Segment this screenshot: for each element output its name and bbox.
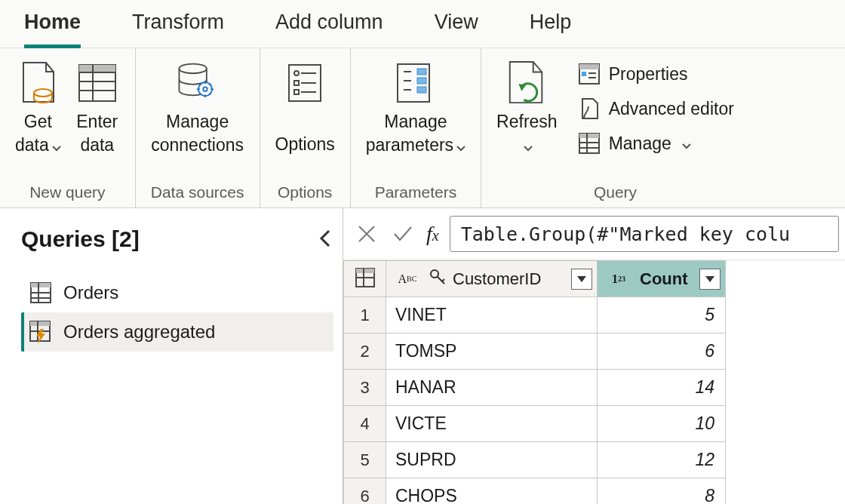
group-query: Refresh Properties	[481, 48, 739, 207]
svg-rect-34	[579, 64, 599, 69]
content-area: Queries [2] Orders	[0, 208, 845, 504]
options-icon	[282, 60, 327, 106]
row-number: 6	[344, 478, 386, 505]
cell-customerid[interactable]: VINET	[386, 297, 598, 333]
group-options: Options Options	[260, 48, 351, 207]
group-caption-parameters: Parameters	[375, 180, 457, 201]
cell-count[interactable]: 6	[598, 333, 726, 370]
fx-icon[interactable]: fx	[426, 222, 439, 246]
cell-customerid[interactable]: CHOPS	[386, 478, 598, 505]
refresh-icon	[504, 60, 549, 106]
column-filter-icon[interactable]	[699, 269, 721, 290]
svg-rect-49	[30, 321, 50, 326]
formula-input[interactable]	[450, 216, 839, 252]
svg-rect-29	[417, 69, 426, 75]
table-row[interactable]: 3 HANAR 14	[344, 370, 726, 406]
query-item-label: Orders	[63, 282, 118, 303]
top-tabs: Home Transform Add column View Help	[0, 0, 845, 48]
cell-customerid[interactable]: TOMSP	[386, 333, 598, 370]
table-bolt-icon	[29, 320, 53, 344]
tab-view[interactable]: View	[435, 11, 478, 48]
svg-rect-21	[294, 81, 299, 85]
cell-count[interactable]: 12	[598, 442, 726, 478]
table-row[interactable]: 6 CHOPS 8	[344, 478, 726, 505]
svg-rect-39	[579, 134, 599, 138]
svg-rect-56	[356, 269, 374, 273]
svg-rect-44	[31, 283, 51, 287]
svg-point-0	[34, 89, 52, 97]
cell-count[interactable]: 14	[598, 370, 726, 406]
properties-icon	[577, 62, 601, 86]
manage-connections-label: Manage connections	[151, 110, 244, 157]
cell-customerid[interactable]: SUPRD	[386, 442, 598, 478]
cell-customerid[interactable]: VICTE	[386, 406, 598, 442]
key-icon	[429, 268, 447, 290]
chevron-down-icon	[456, 134, 466, 158]
svg-line-61	[442, 279, 444, 281]
properties-button[interactable]: Properties	[577, 62, 734, 86]
manage-button[interactable]: Manage	[577, 131, 734, 155]
query-item-orders-aggregated[interactable]: Orders aggregated	[21, 312, 333, 352]
chevron-down-icon	[682, 134, 691, 154]
cell-count[interactable]: 8	[598, 478, 726, 505]
chevron-down-icon	[52, 134, 61, 158]
commit-step-icon[interactable]	[390, 221, 416, 247]
manage-icon	[577, 131, 601, 155]
refresh-button[interactable]: Refresh	[496, 56, 558, 158]
grid-corner-icon[interactable]	[344, 261, 386, 297]
svg-rect-31	[417, 87, 426, 93]
row-number: 4	[344, 406, 386, 442]
number-type-icon: 123	[604, 272, 634, 286]
svg-rect-30	[417, 78, 426, 84]
column-header-customerid[interactable]: ABC CustomerID	[386, 261, 598, 297]
column-name: Count	[640, 269, 688, 289]
group-data-sources: Manage connections Data sources	[136, 48, 260, 207]
tab-home[interactable]: Home	[24, 11, 81, 48]
options-button[interactable]: Options	[275, 56, 335, 156]
svg-marker-62	[577, 276, 586, 282]
options-label: Options	[275, 110, 335, 156]
svg-point-7	[179, 64, 206, 74]
cell-count[interactable]: 10	[598, 406, 726, 442]
enter-data-icon	[75, 60, 120, 106]
collapse-queries-icon[interactable]	[318, 228, 333, 251]
column-filter-icon[interactable]	[571, 269, 592, 290]
row-number: 1	[344, 297, 386, 333]
svg-line-14	[199, 84, 201, 85]
get-data-label: Get data	[15, 112, 52, 155]
cell-count[interactable]: 5	[598, 297, 726, 333]
parameters-icon	[393, 60, 438, 106]
cell-customerid[interactable]: HANAR	[386, 370, 598, 406]
manage-connections-button[interactable]: Manage connections	[151, 56, 244, 157]
column-header-count[interactable]: 123 Count	[598, 261, 726, 297]
tab-add-column[interactable]: Add column	[275, 11, 383, 48]
data-grid: ABC CustomerID	[343, 260, 726, 504]
group-caption-query: Query	[594, 180, 637, 201]
svg-point-19	[294, 71, 299, 75]
table-row[interactable]: 1 VINET 5	[344, 297, 726, 333]
group-caption-data-sources: Data sources	[151, 180, 244, 201]
svg-line-15	[209, 94, 210, 95]
get-data-button[interactable]: Get data	[15, 56, 61, 158]
table-row[interactable]: 2 TOMSP 6	[344, 333, 726, 370]
ribbon: Get data Enter data New query	[0, 48, 845, 208]
cancel-step-icon[interactable]	[354, 221, 379, 247]
group-new-query: Get data Enter data New query	[0, 48, 136, 207]
enter-data-button[interactable]: Enter data	[75, 56, 120, 157]
manage-parameters-button[interactable]: Manage parameters	[366, 56, 466, 158]
svg-rect-23	[294, 90, 299, 94]
table-row[interactable]: 5 SUPRD 12	[344, 442, 726, 478]
advanced-editor-button[interactable]: Advanced editor	[577, 97, 734, 121]
svg-line-17	[209, 84, 210, 85]
manage-parameters-label: Manage parameters	[366, 112, 453, 155]
table-row[interactable]: 4 VICTE 10	[344, 406, 726, 442]
queries-title: Queries [2]	[21, 226, 140, 252]
preview-area: fx	[343, 208, 845, 504]
text-type-icon: ABC	[392, 272, 422, 286]
tab-help[interactable]: Help	[530, 11, 572, 48]
column-name: CustomerID	[453, 269, 541, 289]
queries-pane: Queries [2] Orders	[0, 208, 343, 504]
tab-transform[interactable]: Transform	[132, 11, 224, 48]
query-item-orders[interactable]: Orders	[21, 273, 333, 312]
svg-rect-35	[582, 72, 586, 76]
